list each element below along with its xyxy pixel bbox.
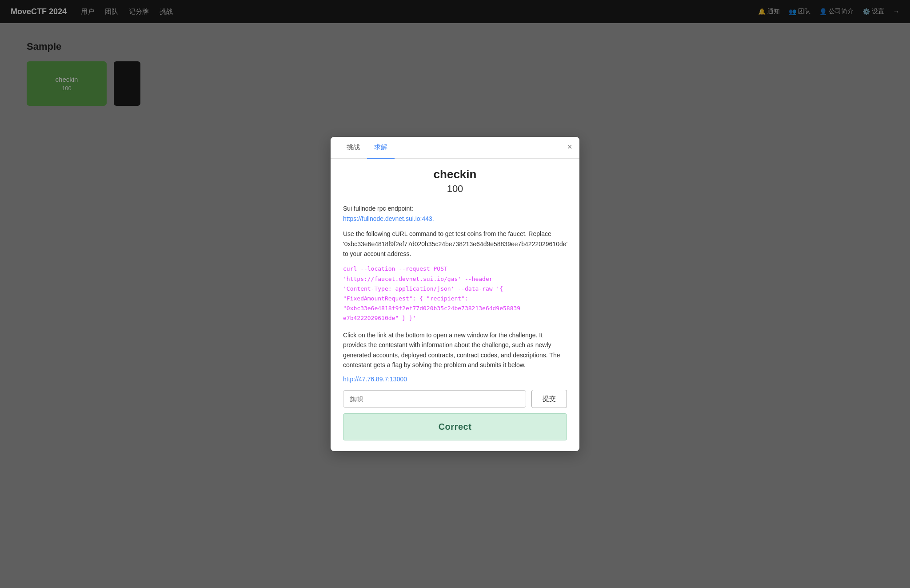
tab-solution[interactable]: 求解 [367, 137, 395, 159]
modal-overlay[interactable]: 挑战 求解 × checkin 100 Sui fullnode rpc end… [0, 0, 910, 588]
challenge-url[interactable]: http://47.76.89.7:13000 [343, 376, 567, 383]
code-block: curl --location --request POST 'https://… [343, 264, 567, 323]
modal: 挑战 求解 × checkin 100 Sui fullnode rpc end… [331, 137, 579, 451]
fullnode-link[interactable]: https://fullnode.devnet.sui.io:443. [343, 215, 434, 222]
flag-row: 提交 [343, 390, 567, 408]
modal-desc1: Sui fullnode rpc endpoint: https://fulln… [343, 204, 567, 224]
flag-input[interactable] [343, 390, 526, 408]
desc1-text: Sui fullnode rpc endpoint: [343, 205, 413, 212]
correct-banner: Correct [343, 413, 567, 440]
modal-desc3: Click on the link at the bottom to open … [343, 330, 567, 370]
modal-title: checkin [343, 168, 567, 181]
close-button[interactable]: × [567, 142, 572, 151]
modal-points: 100 [343, 183, 567, 195]
submit-button[interactable]: 提交 [531, 390, 567, 408]
tab-challenge[interactable]: 挑战 [339, 137, 367, 159]
modal-desc2: Use the following cURL command to get te… [343, 229, 567, 259]
modal-tabs: 挑战 求解 [331, 137, 579, 159]
modal-body: checkin 100 Sui fullnode rpc endpoint: h… [331, 159, 579, 451]
